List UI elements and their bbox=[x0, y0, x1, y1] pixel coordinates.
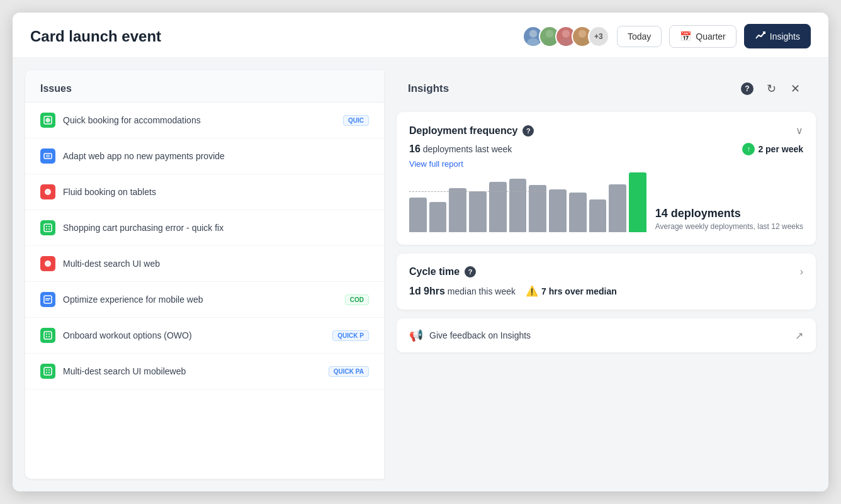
bar-10 bbox=[589, 199, 607, 232]
issue-text: Shopping cart purchasing error - quick f… bbox=[63, 223, 369, 233]
list-item[interactable]: Onboard workout options (OWO) QUICK P bbox=[25, 318, 384, 354]
chevron-down-icon: ∨ bbox=[796, 125, 803, 137]
stat-deployments: 16 deployments last week bbox=[409, 143, 512, 155]
issue-text: Optimize experience for mobile web bbox=[63, 294, 337, 305]
svg-rect-10 bbox=[46, 155, 50, 157]
bar-7 bbox=[529, 185, 546, 232]
external-link-icon: ↗ bbox=[795, 330, 803, 342]
page-title: Card launch event bbox=[30, 28, 161, 45]
calendar-icon: 📅 bbox=[680, 31, 692, 42]
deployment-card-header: Deployment frequency ? ∨ bbox=[409, 125, 803, 137]
close-icon: ✕ bbox=[791, 82, 800, 96]
issues-header: Issues bbox=[25, 70, 384, 103]
svg-point-2 bbox=[546, 30, 553, 37]
svg-point-3 bbox=[543, 38, 555, 47]
cycle-card-header: Cycle time ? › bbox=[409, 266, 803, 277]
issue-icon-red bbox=[40, 184, 55, 199]
megaphone-icon: 📢 bbox=[409, 328, 423, 342]
issues-title: Issues bbox=[40, 83, 72, 94]
question-circle-icon: ? bbox=[741, 82, 754, 95]
warn-badge: ⚠️ 7 hrs over median bbox=[526, 285, 617, 297]
insights-panel-icons: ? ↻ ✕ bbox=[738, 79, 804, 98]
close-button[interactable]: ✕ bbox=[786, 79, 804, 98]
svg-point-1 bbox=[527, 38, 539, 47]
issue-text: Multi-dest search UI mobileweb bbox=[63, 366, 321, 376]
feedback-text: Give feedback on Insights bbox=[429, 330, 531, 340]
issue-icon-green bbox=[40, 364, 55, 379]
cycle-card: Cycle time ? › 1d 9hrs median this week … bbox=[397, 254, 816, 310]
deployment-chart: 14 deployments Average weekly deployment… bbox=[409, 169, 803, 232]
svg-point-6 bbox=[579, 30, 586, 37]
svg-point-11 bbox=[45, 189, 51, 195]
issue-text: Onboard workout options (OWO) bbox=[63, 330, 325, 340]
cycle-stats: 1d 9hrs median this week ⚠️ 7 hrs over m… bbox=[409, 285, 803, 297]
issue-icon-red bbox=[40, 256, 55, 271]
insights-icon bbox=[755, 30, 766, 43]
list-item[interactable]: Adapt web app no new payments provide bbox=[25, 138, 384, 174]
main-content: Issues Quick booking for accommodations … bbox=[13, 58, 828, 491]
svg-point-13 bbox=[45, 260, 51, 267]
refresh-icon: ↻ bbox=[767, 82, 776, 96]
issue-text: Quick booking for accommodations bbox=[63, 115, 336, 125]
app-window: Card launch event +3 Today bbox=[13, 13, 828, 491]
issue-icon-green bbox=[40, 220, 55, 235]
deployment-help-icon: ? bbox=[522, 125, 534, 137]
cycle-help-icon: ? bbox=[465, 266, 476, 277]
bar-11 bbox=[609, 184, 626, 232]
bar-12-highlight bbox=[629, 172, 646, 232]
list-item[interactable]: Multi-dest search UI mobileweb QUICK PA bbox=[25, 354, 384, 389]
feedback-left: 📢 Give feedback on Insights bbox=[409, 328, 531, 342]
issue-icon-green bbox=[40, 328, 55, 343]
chevron-right-icon: › bbox=[800, 266, 803, 277]
insights-button[interactable]: Insights bbox=[744, 24, 811, 48]
stat-rate: ↑ 2 per week bbox=[742, 143, 803, 155]
issue-text: Multi-dest search UI web bbox=[63, 259, 369, 269]
list-item[interactable]: Multi-dest search UI web bbox=[25, 246, 384, 282]
issue-badge: QUICK PA bbox=[329, 366, 369, 377]
list-item[interactable]: Optimize experience for mobile web COD bbox=[25, 282, 384, 318]
issue-badge: QUICK P bbox=[332, 330, 369, 341]
chart-avg-line bbox=[409, 191, 546, 192]
svg-point-7 bbox=[576, 38, 588, 47]
svg-rect-16 bbox=[45, 300, 49, 301]
svg-rect-12 bbox=[44, 224, 52, 232]
refresh-button[interactable]: ↻ bbox=[762, 79, 781, 98]
bar-9 bbox=[569, 193, 587, 232]
deployment-card: Deployment frequency ? ∨ 16 deployments … bbox=[397, 112, 816, 245]
view-report-link[interactable]: View full report bbox=[409, 159, 463, 169]
header: Card launch event +3 Today bbox=[13, 13, 828, 58]
up-arrow-icon: ↑ bbox=[742, 143, 755, 155]
list-item[interactable]: Shopping cart purchasing error - quick f… bbox=[25, 210, 384, 246]
deployment-title: Deployment frequency ? bbox=[409, 125, 534, 137]
issue-badge: QUIC bbox=[343, 115, 369, 126]
insights-panel-title: Insights bbox=[408, 82, 449, 95]
bar-3 bbox=[449, 188, 466, 232]
issue-text: Adapt web app no new payments provide bbox=[63, 151, 369, 161]
issue-icon-green bbox=[40, 113, 55, 128]
cycle-title: Cycle time ? bbox=[409, 266, 476, 277]
svg-point-5 bbox=[560, 38, 572, 47]
issue-badge: COD bbox=[345, 294, 369, 305]
bar-5 bbox=[489, 182, 507, 232]
issue-icon-blue bbox=[40, 292, 55, 307]
chart-label-desc: Average weekly deployments, last 12 week… bbox=[655, 221, 803, 232]
deployment-stats: 16 deployments last week ↑ 2 per week bbox=[409, 143, 803, 155]
help-icon-button[interactable]: ? bbox=[738, 79, 757, 98]
svg-rect-14 bbox=[44, 296, 52, 303]
chart-label: 14 deployments Average weekly deployment… bbox=[646, 207, 803, 232]
issues-panel: Issues Quick booking for accommodations … bbox=[25, 70, 384, 479]
svg-rect-18 bbox=[44, 367, 52, 375]
feedback-card[interactable]: 📢 Give feedback on Insights ↗ bbox=[397, 318, 816, 352]
issue-text: Fluid booking on tablets bbox=[63, 187, 369, 197]
bar-2 bbox=[429, 202, 447, 232]
quarter-button[interactable]: 📅 Quarter bbox=[669, 25, 736, 48]
today-button[interactable]: Today bbox=[617, 26, 662, 47]
bar-4 bbox=[469, 191, 487, 232]
chart-bars bbox=[409, 169, 646, 232]
cycle-stat: 1d 9hrs median this week bbox=[409, 286, 516, 297]
list-item[interactable]: Quick booking for accommodations QUIC bbox=[25, 103, 384, 138]
bar-1 bbox=[409, 198, 427, 232]
avatar-count: +3 bbox=[588, 26, 609, 47]
list-item[interactable]: Fluid booking on tablets bbox=[25, 174, 384, 210]
bar-8 bbox=[549, 189, 567, 232]
